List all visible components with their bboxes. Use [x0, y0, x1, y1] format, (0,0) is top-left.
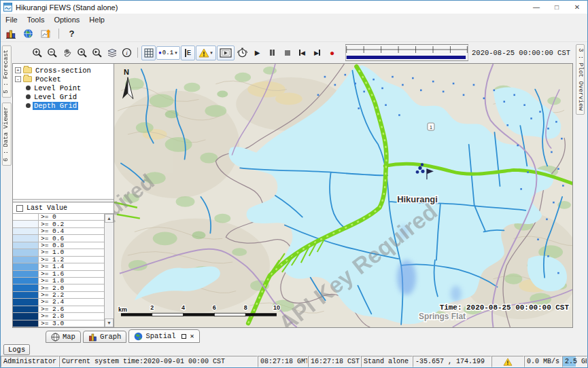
scroll-up-icon[interactable]: ▲: [105, 214, 114, 223]
bottom-tab-label: Spatial: [145, 332, 175, 340]
zoom-next-icon: [92, 48, 103, 58]
stop-button[interactable]: [280, 45, 294, 60]
status-user: Administrator: [1, 356, 59, 367]
warning-icon: [503, 358, 513, 366]
warning-triangle-icon: [198, 48, 209, 58]
map-toolbar: i ● 0.1 ▼ E: [12, 42, 573, 63]
tree-item-label: Level Grid: [33, 93, 78, 101]
bottom-tab-graph[interactable]: Graph: [83, 331, 127, 343]
pause-button[interactable]: [265, 45, 279, 60]
legend-color-swatch: [13, 214, 39, 220]
globe-icon: [134, 332, 143, 341]
menu-tools[interactable]: Tools: [22, 16, 50, 24]
chart-up-arrow-icon: [41, 29, 52, 39]
contour-value-dropdown[interactable]: ● 0.1 ▼: [156, 46, 180, 60]
animation-settings-button[interactable]: [235, 45, 249, 60]
legend-threshold-label: >= 1.6: [39, 271, 104, 277]
zoom-in-button[interactable]: [30, 45, 44, 60]
legend-color-swatch: [13, 284, 39, 291]
app-window: Hikurangi FEWS (Stand alone) — □ ✕ FileT…: [0, 0, 588, 368]
legend-title: Last Value: [27, 204, 67, 212]
toolbar-separator: [58, 29, 59, 39]
zoom-next-button[interactable]: [90, 45, 104, 60]
help-label: ?: [69, 29, 75, 39]
expand-icon[interactable]: +: [15, 67, 21, 73]
status-coordinates: -35.657 , 174.199: [413, 356, 491, 367]
tree-item-label: Cross-section: [34, 67, 92, 75]
svg-text:8: 8: [244, 304, 247, 311]
collapse-icon[interactable]: -: [15, 76, 21, 82]
last-value-checkbox[interactable]: [16, 205, 23, 212]
menu-file[interactable]: File: [1, 16, 22, 24]
grid-display-button[interactable]: [141, 45, 156, 60]
record-button[interactable]: ●: [325, 45, 339, 60]
zoom-out-button[interactable]: [45, 45, 59, 60]
legend-color-swatch: [13, 249, 39, 255]
animation-player-button[interactable]: [217, 45, 235, 60]
status-local-time: 16:27:18 CST: [308, 356, 361, 367]
wire-globe-icon: [51, 333, 60, 342]
help-button[interactable]: ?: [64, 27, 80, 41]
close-button[interactable]: ✕: [567, 1, 587, 14]
layers-button[interactable]: [105, 45, 119, 60]
explorer-button[interactable]: [3, 27, 18, 41]
tree-item-level-point[interactable]: Level Point: [14, 84, 113, 92]
data-display-button[interactable]: [38, 27, 54, 41]
legend-threshold-label: >= 0: [39, 214, 104, 220]
tab-forecast[interactable]: 5 : Forecast: [2, 45, 12, 98]
bar-chart-icon: [5, 29, 16, 39]
memory-label: 2.5 GB: [565, 358, 587, 365]
status-bar: AdministratorCurrent system time:2020-09…: [1, 356, 587, 367]
road-shield: 1: [428, 123, 434, 130]
maximize-button[interactable]: □: [547, 1, 567, 14]
map-canvas[interactable]: 1 API Key Required API Key Required Hiku…: [114, 63, 573, 328]
logs-button[interactable]: Logs: [3, 344, 30, 355]
status-label: Stand alone: [364, 358, 409, 365]
tab-close-icon[interactable]: ✕: [190, 332, 194, 340]
legend-threshold-label: >= 1.2: [39, 257, 104, 263]
minimize-button[interactable]: —: [526, 1, 547, 14]
legend-threshold-label: >= 2.6: [39, 306, 104, 312]
step-forward-icon: [319, 50, 320, 56]
tree-item-level-grid[interactable]: Level Grid: [14, 92, 113, 101]
step-forward-button[interactable]: ▶: [310, 45, 324, 60]
menu-bar: FileToolsOptionsHelp: [1, 14, 587, 26]
tab-plot-overview[interactable]: 3 : Plot Overview: [576, 44, 585, 115]
zoom-out-icon: [47, 48, 58, 58]
chevron-down-icon: ▼: [174, 51, 178, 55]
bottom-tab-spatial[interactable]: Spatial✕: [128, 329, 199, 343]
zoom-previous-button[interactable]: [75, 45, 89, 60]
legend-scrollbar[interactable]: ▲ ▼: [104, 214, 114, 327]
pause-icon: [273, 50, 275, 56]
legend-color-swatch: [13, 271, 39, 277]
pan-button[interactable]: [60, 45, 74, 60]
spatial-display-button[interactable]: [20, 27, 36, 41]
area-label: Springs Flat: [419, 312, 466, 321]
menu-options[interactable]: Options: [49, 16, 84, 24]
svg-text:1: 1: [430, 124, 433, 130]
status-network-rate: 0.0 MB/s: [524, 356, 562, 367]
tab-maximize-icon[interactable]: [181, 334, 186, 339]
timer-clock-icon: [237, 47, 248, 58]
profile-button[interactable]: E: [181, 45, 195, 60]
menu-help[interactable]: Help: [84, 16, 109, 24]
zoom-previous-icon: [77, 48, 88, 58]
thresholds-dropdown-button[interactable]: ▼: [196, 45, 216, 60]
pan-hand-icon: [62, 48, 72, 58]
step-back-button[interactable]: ◀: [295, 45, 309, 60]
tree-item-cross-section[interactable]: +Cross-section: [14, 66, 113, 75]
bottom-tab-map[interactable]: Map: [46, 331, 81, 343]
status-label: 16:27:18 CST: [311, 358, 360, 365]
play-button[interactable]: ▶: [250, 45, 264, 60]
tab-data-viewer[interactable]: 6 : Data Viewer: [2, 103, 12, 166]
app-logo-icon: [3, 3, 12, 12]
legend-color-swatch: [13, 242, 39, 249]
tree-item-pocket[interactable]: -Pocket: [14, 75, 113, 84]
title-bar: Hikurangi FEWS (Stand alone) — □ ✕: [1, 1, 587, 14]
scroll-down-icon[interactable]: ▼: [105, 318, 114, 327]
legend-color-swatch: [13, 263, 39, 270]
legend-row: >= 3.0: [13, 320, 104, 327]
tree-item-depth-grid[interactable]: Depth Grid: [14, 101, 113, 110]
info-button[interactable]: i: [120, 45, 134, 60]
timeline-slider[interactable]: [345, 44, 468, 61]
